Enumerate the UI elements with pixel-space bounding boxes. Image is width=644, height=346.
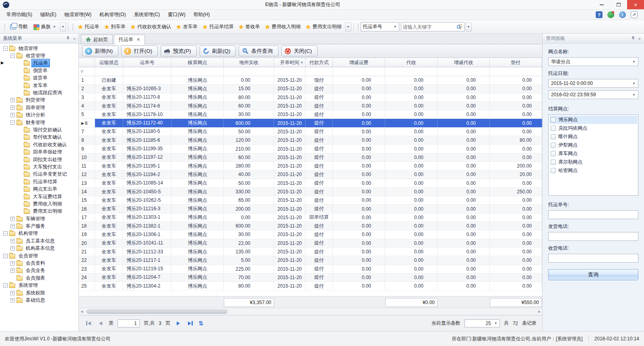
favorite-item[interactable]: ★费用收入明细: [262, 23, 303, 31]
tree-node[interactable]: +员工基本信息: [0, 237, 78, 244]
column-header[interactable]: 增减运费: [333, 58, 385, 67]
query-button[interactable]: 查询: [548, 269, 638, 280]
skin-button[interactable]: 换肤 ▼: [31, 22, 59, 32]
expand-icon[interactable]: +: [10, 291, 15, 295]
menu-item[interactable]: 物流管理(W): [60, 10, 95, 20]
table-row[interactable]: 11全发车博乐20-11195-1博乐网点280.002015-11-20提付0…: [79, 162, 542, 170]
expand-icon[interactable]: +: [10, 217, 15, 221]
date-to-select[interactable]: 2016-02-02 23:59:59 ▼: [548, 90, 638, 99]
preview-button[interactable]: 预览(P): [161, 46, 196, 56]
globe-icon[interactable]: [607, 11, 614, 18]
table-row[interactable]: 7全发车博乐20-11180-5博乐网点50.002015-11-20提付0.0…: [79, 128, 542, 136]
table-row[interactable]: 17全发车博乐20-11303-1博乐网点0.002015-11-20回单结算0…: [79, 213, 542, 222]
collapse-icon[interactable]: −: [3, 46, 8, 51]
expand-icon[interactable]: +: [10, 298, 15, 302]
tree-node[interactable]: 发车单: [0, 82, 78, 89]
table-row[interactable]: 3全发车博乐20-11170-8博乐网点80.002015-11-20提付0.0…: [79, 93, 542, 102]
table-row[interactable]: 15全发车博乐20-10262-5博乐网点65.002015-11-20提付0.…: [79, 196, 542, 205]
info-icon[interactable]: i: [619, 11, 626, 18]
scroll-right-icon[interactable]: ▶: [537, 310, 542, 313]
collapse-icon[interactable]: −: [3, 283, 8, 288]
settle-site-item[interactable]: 克拉玛依网点: [549, 124, 637, 133]
tree-node[interactable]: −财务管理: [0, 119, 78, 126]
tree-node[interactable]: 托运单结算: [0, 178, 78, 185]
menu-item[interactable]: 系统管理(C): [130, 10, 164, 20]
tree-node[interactable]: +基础信息: [0, 296, 78, 304]
favorite-item[interactable]: ★代收款收支确认: [128, 23, 173, 31]
column-header[interactable]: 增减代收: [438, 58, 490, 67]
column-header[interactable]: 核算网点: [171, 58, 224, 67]
close-button[interactable]: ×: [627, 0, 644, 9]
tree-node[interactable]: +车辆管理: [0, 215, 78, 222]
table-row[interactable]: 13全发车博乐20-11085-14博乐网点50.002015-11-20提付0…: [79, 179, 542, 188]
tree-node[interactable]: −会员管理: [0, 252, 78, 259]
tree-node[interactable]: +回单管理: [0, 104, 78, 111]
refresh-button[interactable]: 刷新(Q): [200, 46, 236, 56]
table-row[interactable]: 23全发车博乐20-11219-15博乐网点225.002015-11-20提付…: [79, 265, 542, 273]
receiver-phone-input[interactable]: [548, 254, 638, 263]
collapse-icon[interactable]: −: [3, 231, 8, 236]
table-row[interactable]: 16全发车博乐20-11216-3博乐网点200.002015-11-20提付0…: [79, 205, 542, 213]
settle-site-item[interactable]: 博乐网点: [549, 116, 637, 124]
column-header[interactable]: [79, 58, 95, 67]
column-header[interactable]: 付款方式: [305, 58, 333, 67]
date-from-select[interactable]: 2015-11-02 0:00:00 ▼: [548, 79, 638, 88]
favorite-item[interactable]: ★托运单: [75, 23, 101, 31]
menu-item[interactable]: 窗口(W): [164, 10, 189, 20]
open-button[interactable]: i 打开(O): [121, 46, 158, 56]
filter-cell[interactable]: [171, 67, 224, 76]
first-page-button[interactable]: [85, 319, 93, 327]
table-row[interactable]: 18全发车博乐20-11382-1博乐网点600.002015-11-20提付0…: [79, 222, 542, 230]
waybill-no-input[interactable]: [548, 210, 638, 219]
menu-item[interactable]: 帮助(H): [190, 10, 214, 20]
collapse-icon[interactable]: −: [3, 254, 8, 258]
favorite-item[interactable]: ★托运单结算: [200, 23, 236, 31]
tree-node[interactable]: 托运单: [0, 60, 78, 67]
export-icon[interactable]: ⇗: [631, 11, 638, 18]
page-size-select[interactable]: 25 ▼: [464, 319, 500, 327]
filter-cell[interactable]: [333, 67, 385, 76]
column-header[interactable]: 代收: [385, 58, 438, 67]
expand-icon[interactable]: +: [10, 113, 15, 117]
navigate-button[interactable]: 导航: [7, 22, 31, 32]
tree-node[interactable]: 会员报表: [0, 274, 78, 282]
filter-cell[interactable]: [385, 67, 438, 76]
next-page-button[interactable]: [174, 319, 182, 327]
table-row[interactable]: 8全发车博乐20-11185-6博乐网点120.002015-11-20提付0.…: [79, 136, 542, 145]
tree-node[interactable]: 网点支出单: [0, 185, 78, 193]
filter-cell[interactable]: [274, 67, 305, 76]
tab-home[interactable]: 起始页: [81, 35, 113, 44]
menu-item[interactable]: 辅助(E): [36, 10, 60, 20]
close-tab-button[interactable]: 关闭(C): [281, 46, 318, 56]
reload-icon[interactable]: ⇅: [198, 320, 204, 327]
keyword-search-input[interactable]: [403, 24, 456, 30]
search-icon[interactable]: [456, 24, 462, 30]
favorite-item[interactable]: ★签收单: [236, 23, 262, 31]
tree-node[interactable]: +会员业务: [0, 267, 78, 274]
favorites-overflow-button[interactable]: ▼: [345, 23, 351, 31]
table-row[interactable]: 1已创建博乐网点0.002015-11-20现付0.000.000.000.00: [79, 76, 542, 85]
expand-icon[interactable]: +: [10, 246, 15, 251]
pin-icon[interactable]: [631, 36, 635, 41]
tree-node[interactable]: −系统管理: [0, 282, 78, 289]
tree-node[interactable]: +机构基本信息: [0, 245, 78, 252]
tree-node[interactable]: 物流跟踪查询: [0, 89, 78, 96]
filter-query-button[interactable]: 条件查询: [239, 46, 278, 56]
expand-icon[interactable]: +: [10, 224, 15, 228]
filter-cell[interactable]: [224, 67, 274, 76]
checkbox-icon[interactable]: [551, 126, 556, 131]
tree-node[interactable]: +到货管理: [0, 97, 78, 104]
tree-node[interactable]: 费用收入明细: [0, 200, 78, 207]
favorite-item[interactable]: ★费用支出明细: [303, 23, 344, 31]
table-row[interactable]: 25全发车博乐20-11304-2博乐网点80.002015-11-20提付0.…: [79, 282, 542, 290]
maximize-button[interactable]: [610, 0, 627, 9]
filter-cell[interactable]: [490, 67, 542, 76]
table-row[interactable]: 20全发车博乐20-10241-11博乐网点22.002015-11-20提付0…: [79, 239, 542, 248]
tree-node[interactable]: 托运单变更登记: [0, 171, 78, 178]
table-row[interactable]: 9全发车博乐20-11199-35博乐网点210.002015-11-20提付0…: [79, 145, 542, 153]
expand-icon[interactable]: +: [10, 261, 15, 265]
settle-site-item[interactable]: 库尔勒网点: [549, 158, 637, 166]
expand-icon[interactable]: +: [10, 268, 15, 273]
table-row[interactable]: 2全发车博乐20-10265-3博乐网点15.002015-11-20提付0.0…: [79, 85, 542, 93]
tree-node[interactable]: +统计分析: [0, 112, 78, 119]
